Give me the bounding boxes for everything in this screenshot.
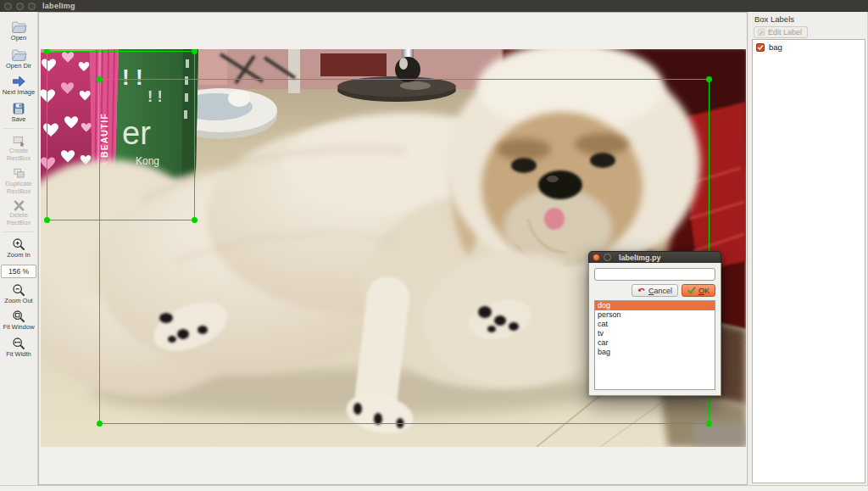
toolbar-separator bbox=[3, 128, 34, 129]
zoom-in-button[interactable]: Zoom In bbox=[0, 235, 37, 262]
cancel-button[interactable]: Cancel bbox=[632, 284, 678, 297]
duplicate-icon bbox=[12, 167, 26, 180]
magnifier-fit-icon bbox=[12, 310, 25, 323]
duplicate-rectbox-label: Duplicate RectBox bbox=[2, 181, 36, 195]
duplicate-rectbox-button[interactable]: Duplicate RectBox bbox=[0, 165, 37, 198]
edit-label-icon bbox=[757, 28, 765, 36]
window-titlebar[interactable]: labelImg bbox=[0, 0, 868, 12]
dialog-close-button[interactable] bbox=[593, 254, 600, 261]
box-handle[interactable] bbox=[44, 217, 50, 223]
save-button[interactable]: Save bbox=[0, 99, 37, 126]
floppy-disk-icon bbox=[12, 102, 25, 115]
magnifier-width-icon bbox=[12, 337, 25, 350]
label-dialog: labelImg.py Cancel OK dog per bbox=[588, 251, 721, 396]
save-label: Save bbox=[11, 116, 25, 124]
create-rectbox-button[interactable]: Create RectBox bbox=[0, 131, 37, 165]
box-labels-title: Box Labels bbox=[749, 12, 867, 25]
edit-label-button[interactable]: Edit Label bbox=[754, 26, 808, 38]
label-option-dog[interactable]: dog bbox=[595, 301, 715, 310]
delete-rectbox-button[interactable]: Delete RectBox bbox=[0, 198, 37, 229]
box-labels-list: bag bbox=[752, 39, 865, 483]
zoom-in-label: Zoom In bbox=[7, 252, 31, 259]
label-option-car[interactable]: car bbox=[595, 338, 715, 348]
status-bar bbox=[0, 485, 868, 491]
window-minimize-button[interactable] bbox=[16, 3, 24, 10]
zoom-percent-spinbox[interactable]: 156 % bbox=[1, 265, 36, 278]
delete-rectbox-label: Delete RectBox bbox=[2, 212, 36, 226]
magnifier-plus-icon bbox=[12, 237, 25, 251]
folder-icon bbox=[11, 47, 27, 62]
box-handle[interactable] bbox=[706, 421, 712, 427]
fit-width-label: Fit Width bbox=[6, 351, 31, 359]
image-canvas[interactable]: ! ! ! ! er Kong aipei bbox=[38, 12, 748, 485]
dialog-maximize-button[interactable] bbox=[604, 254, 611, 261]
create-rectbox-label: Create RectBox bbox=[2, 148, 36, 162]
box-handle[interactable] bbox=[97, 421, 103, 427]
labelimg-window: labelImg Open Open Dir Next Image bbox=[0, 0, 868, 491]
box-handle[interactable] bbox=[706, 76, 712, 82]
cancel-label: Cancel bbox=[648, 287, 672, 295]
cancel-undo-icon bbox=[637, 287, 646, 294]
open-dir-label: Open Dir bbox=[6, 63, 31, 70]
arrow-right-icon bbox=[11, 75, 26, 88]
dialog-title: labelImg.py bbox=[619, 254, 661, 262]
next-image-label: Next Image bbox=[3, 89, 35, 97]
toolbar-separator bbox=[3, 232, 34, 232]
box-labels-panel: Box Labels Edit Label bag bbox=[749, 12, 868, 485]
delete-cross-icon bbox=[13, 200, 25, 211]
box-label-text: bag bbox=[769, 42, 782, 52]
toolbar: Open Open Dir Next Image Save bbox=[0, 12, 38, 485]
zoom-percent-value: 156 % bbox=[8, 267, 29, 276]
ok-label: OK bbox=[698, 287, 709, 295]
edit-label-text: Edit Label bbox=[768, 28, 802, 36]
open-button[interactable]: Open bbox=[0, 17, 37, 45]
next-image-button[interactable]: Next Image bbox=[0, 72, 37, 99]
rectbox-icon bbox=[12, 134, 26, 147]
open-label: Open bbox=[11, 35, 26, 42]
box-handle[interactable] bbox=[97, 76, 103, 82]
label-option-person[interactable]: person bbox=[595, 310, 715, 320]
box-label-item-bag[interactable]: bag bbox=[753, 40, 865, 54]
window-close-button[interactable] bbox=[4, 3, 12, 10]
ok-check-icon bbox=[687, 287, 696, 294]
label-option-cat[interactable]: cat bbox=[595, 320, 715, 329]
window-maximize-button[interactable] bbox=[28, 3, 36, 10]
magnifier-minus-icon bbox=[12, 283, 25, 297]
open-dir-button[interactable]: Open Dir bbox=[0, 45, 37, 73]
ok-button[interactable]: OK bbox=[682, 284, 715, 297]
box-handle[interactable] bbox=[44, 49, 50, 54]
checkbox-checked-icon[interactable] bbox=[756, 43, 765, 52]
fit-window-label: Fit Window bbox=[3, 324, 34, 332]
dialog-titlebar[interactable]: labelImg.py bbox=[588, 251, 721, 263]
label-option-tv[interactable]: tv bbox=[595, 329, 715, 338]
zoom-out-button[interactable]: Zoom Out bbox=[0, 281, 37, 308]
window-title: labelImg bbox=[42, 2, 75, 10]
label-option-bag[interactable]: bag bbox=[595, 348, 715, 357]
label-options-list: dog person cat tv car bag bbox=[594, 300, 715, 390]
fit-width-button[interactable]: Fit Width bbox=[0, 334, 37, 361]
fit-window-button[interactable]: Fit Window bbox=[0, 307, 37, 334]
zoom-out-label: Zoom Out bbox=[4, 298, 32, 305]
folder-icon bbox=[11, 20, 27, 34]
label-input[interactable] bbox=[594, 268, 715, 281]
